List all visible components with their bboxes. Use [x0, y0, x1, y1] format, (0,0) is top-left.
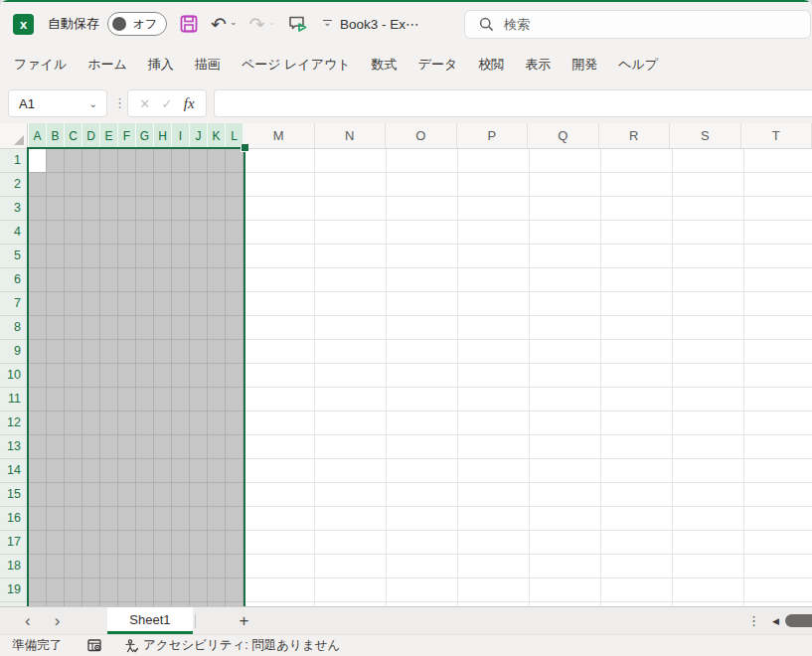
search-box[interactable]: 検索: [464, 10, 811, 39]
row-header[interactable]: 9: [0, 340, 28, 364]
selected-columns-range[interactable]: [27, 147, 245, 606]
accessibility-person-icon: [124, 639, 138, 653]
ribbon-tab[interactable]: 開発: [569, 56, 599, 74]
name-box[interactable]: A1 ⌄: [8, 89, 107, 117]
row-header[interactable]: 8: [0, 316, 28, 340]
row-header[interactable]: 6: [0, 268, 28, 292]
autosave-toggle[interactable]: オフ: [107, 12, 167, 36]
column-header[interactable]: P: [457, 123, 529, 148]
formula-splitter-dots-icon[interactable]: ⋮: [113, 95, 126, 110]
column-header-selected[interactable]: J: [190, 123, 208, 149]
row-header[interactable]: 10: [0, 364, 28, 388]
column-header-selected[interactable]: K: [208, 123, 226, 149]
qat-overflow-button[interactable]: ⌄: [323, 20, 332, 28]
ribbon-tab[interactable]: 挿入: [146, 56, 176, 74]
redo-icon: ↷: [248, 15, 264, 34]
ribbon-tab[interactable]: ヘルプ: [616, 56, 660, 74]
autosave-label: 自動保存: [48, 15, 99, 33]
column-header[interactable]: T: [741, 123, 812, 148]
column-header[interactable]: O: [386, 123, 457, 148]
row-header[interactable]: 12: [0, 411, 28, 435]
status-ready-label[interactable]: 準備完了: [12, 637, 62, 654]
row-header[interactable]: 18: [0, 555, 28, 578]
column-header[interactable]: S: [670, 123, 741, 148]
row-header[interactable]: 13: [0, 435, 28, 459]
column-header-selected[interactable]: F: [118, 123, 136, 149]
ribbon-tab[interactable]: 数式: [370, 56, 400, 74]
column-header-selected[interactable]: E: [100, 123, 118, 149]
row-header[interactable]: 4: [0, 221, 28, 245]
row-header[interactable]: 5: [0, 245, 28, 268]
ribbon-tab[interactable]: 校閲: [476, 56, 506, 74]
row-header[interactable]: 2: [0, 173, 28, 197]
column-header[interactable]: M: [244, 123, 315, 148]
ribbon-tab[interactable]: ページ レイアウト: [240, 56, 353, 74]
row-header[interactable]: 19: [0, 578, 28, 602]
redo-chevron-icon: ⌄: [267, 17, 275, 27]
macro-record-button[interactable]: [87, 639, 102, 652]
row-header[interactable]: 7: [0, 292, 28, 316]
chevron-down-icon[interactable]: ⌄: [89, 98, 97, 109]
name-box-value: A1: [19, 96, 89, 111]
column-header-selected[interactable]: D: [82, 123, 100, 149]
ribbon-tab[interactable]: 描画: [193, 56, 223, 74]
fill-handle[interactable]: [241, 144, 248, 152]
sheet-tab-label: Sheet1: [129, 612, 170, 627]
formula-bar-row: A1 ⌄ ⋮ ✕ ✓ fx: [0, 83, 812, 123]
column-header-selected[interactable]: G: [136, 123, 154, 149]
column-header-selected[interactable]: B: [47, 123, 65, 149]
redo-button[interactable]: ↷ ⌄: [248, 15, 274, 34]
preview-play-button[interactable]: [287, 15, 309, 33]
sheet-tab-sheet1[interactable]: Sheet1: [107, 607, 192, 634]
select-all-corner[interactable]: [0, 123, 28, 149]
column-header[interactable]: Q: [528, 123, 599, 148]
enter-icon[interactable]: ✓: [162, 96, 173, 111]
column-header-selected[interactable]: I: [172, 123, 190, 149]
save-button[interactable]: [179, 14, 199, 34]
worksheet-area: ABCDEFGHIJKL MNOPQRST 123456789101112131…: [0, 123, 812, 606]
insert-function-icon[interactable]: fx: [184, 95, 195, 112]
ribbon-tab[interactable]: ファイル: [12, 56, 69, 74]
grid-cells[interactable]: [244, 149, 812, 606]
column-header-selected[interactable]: H: [154, 123, 172, 149]
add-sheet-button[interactable]: +: [240, 611, 249, 631]
row-header[interactable]: 17: [0, 531, 28, 555]
sheet-nav-left-icon[interactable]: ‹: [25, 612, 31, 629]
macro-record-icon: [87, 639, 102, 652]
window-accent-line: [0, 0, 812, 2]
save-floppy-icon: [179, 14, 199, 34]
accessibility-status[interactable]: アクセシビリティ: 問題ありません: [124, 637, 340, 654]
ribbon-tab[interactable]: 表示: [523, 56, 553, 74]
overflow-chevron-icon: ⌄: [323, 18, 331, 28]
accessibility-label: アクセシビリティ: 問題ありません: [143, 637, 340, 654]
column-header-selected[interactable]: C: [65, 123, 82, 149]
title-bar: x 自動保存 オフ ↶ ⌄ ↷ ⌄: [0, 2, 812, 46]
excel-logo-icon[interactable]: x: [13, 14, 34, 35]
ribbon-tab[interactable]: データ: [416, 56, 460, 74]
sheet-nav-right-icon[interactable]: ›: [55, 612, 61, 629]
row-header[interactable]: 11: [0, 388, 28, 411]
undo-chevron-icon[interactable]: ⌄: [230, 17, 238, 27]
selected-column-headers: ABCDEFGHIJKL: [29, 123, 244, 149]
sheet-options-dots-icon[interactable]: ⋮: [747, 613, 760, 628]
row-header[interactable]: 15: [0, 483, 28, 507]
horizontal-scrollbar-thumb[interactable]: [785, 614, 812, 627]
hscroll-left-arrow-icon[interactable]: ◀: [772, 616, 779, 626]
row-header[interactable]: 1: [0, 149, 28, 173]
column-header-selected[interactable]: A: [29, 123, 47, 149]
search-icon: [479, 17, 494, 32]
ribbon-tab[interactable]: ホーム: [85, 56, 129, 74]
status-bar: 準備完了 アクセシビリティ: 問題ありません: [0, 634, 812, 656]
active-cell-a1[interactable]: [29, 149, 46, 172]
undo-icon: ↶: [211, 15, 227, 34]
tab-separator: [195, 614, 196, 628]
formula-input[interactable]: [214, 89, 812, 117]
row-header[interactable]: 3: [0, 197, 28, 221]
row-header[interactable]: 14: [0, 459, 28, 483]
search-placeholder: 検索: [504, 16, 530, 34]
column-header[interactable]: R: [599, 123, 671, 148]
row-header[interactable]: 16: [0, 507, 28, 531]
undo-button[interactable]: ↶ ⌄: [211, 15, 237, 34]
column-header[interactable]: N: [315, 123, 387, 148]
cancel-icon[interactable]: ✕: [139, 96, 150, 111]
